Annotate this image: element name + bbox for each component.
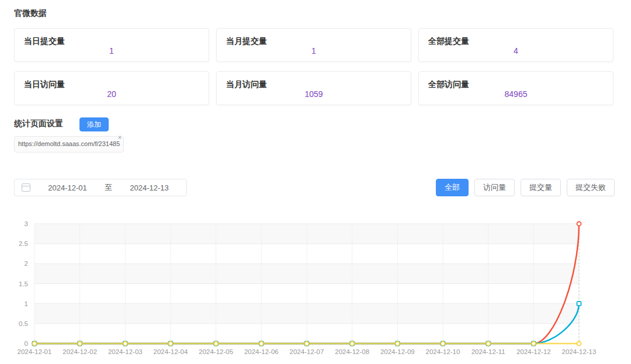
x-tick-label: 2024-12-12	[516, 348, 551, 355]
x-tick-label: 2024-12-07	[290, 348, 324, 355]
stats-grid: 当日提交量1当月提交量1全部提交量4当日访问量20当月访问量1059全部访问量8…	[14, 28, 615, 105]
filter-button-all[interactable]: 全部	[436, 179, 469, 196]
date-range-input[interactable]: 2024-12-01 至 2024-12-13	[14, 179, 187, 196]
y-tick-label: 2	[25, 260, 28, 267]
stat-card-value: 20	[15, 89, 209, 99]
stat-card-label: 当月提交量	[226, 36, 267, 47]
stat-card: 当日提交量1	[14, 28, 209, 62]
x-tick-label: 2024-12-11	[471, 348, 505, 355]
stat-card-value: 4	[419, 46, 613, 56]
stat-card: 当日访问量20	[14, 71, 209, 105]
data-point-series-2	[78, 342, 82, 346]
y-tick-label: 1	[25, 300, 28, 307]
y-tick-label: 0	[25, 340, 28, 347]
tag-close-icon[interactable]: ×	[117, 134, 122, 141]
series-filter-group: 全部访问量提交量提交失败	[436, 179, 615, 196]
data-point-series-2	[441, 342, 445, 346]
x-tick-label: 2024-12-05	[199, 348, 233, 355]
data-point-series-2	[486, 342, 490, 346]
stat-card: 全部提交量4	[418, 28, 613, 62]
x-tick-label: 2024-12-06	[244, 348, 279, 355]
data-point-series-2	[214, 342, 218, 346]
x-tick-label: 2024-12-02	[63, 348, 97, 355]
date-start-value[interactable]: 2024-12-01	[30, 183, 105, 192]
stats-settings-title: 统计页面设置	[14, 119, 63, 129]
y-tick-label: 0.5	[19, 320, 28, 327]
stat-card-value: 1059	[217, 89, 411, 99]
filter-button-series-2[interactable]: 提交量	[521, 179, 561, 196]
data-point-series-2	[33, 342, 37, 346]
x-tick-label: 2024-12-09	[380, 348, 415, 355]
stat-card-value: 1	[217, 46, 411, 56]
stat-card-label: 当月访问量	[226, 79, 267, 90]
url-tag: https://demoltd.saaas.com/f/231485 ×	[14, 136, 124, 152]
add-button[interactable]: 添加	[79, 117, 109, 131]
line-chart[interactable]: 00.511.522.532024-12-012024-12-022024-12…	[0, 216, 631, 359]
data-point-series-2	[532, 342, 536, 346]
dashboard-page: 官微数据 当日提交量1当月提交量1全部提交量4当日访问量20当月访问量1059全…	[0, 0, 631, 364]
page-title: 官微数据	[14, 8, 47, 19]
stat-card: 当月访问量1059	[216, 71, 411, 105]
y-tick-label: 2.5	[19, 240, 28, 247]
data-point-series-2	[350, 342, 354, 346]
stat-card-value: 84965	[419, 89, 613, 99]
y-tick-label: 3	[25, 220, 28, 227]
data-point-series-2	[396, 342, 400, 346]
stat-card-label: 全部提交量	[428, 36, 469, 47]
x-tick-label: 2024-12-03	[108, 348, 143, 355]
filter-button-series-3[interactable]: 提交失败	[567, 179, 615, 196]
stat-card: 当月提交量1	[216, 28, 411, 62]
stat-card-label: 当日提交量	[24, 36, 65, 47]
calendar-icon	[22, 183, 30, 192]
data-point-series-2	[123, 342, 127, 346]
data-point-series-2	[169, 342, 173, 346]
x-tick-label: 2024-12-13	[562, 348, 597, 355]
data-point-series-2	[577, 342, 581, 346]
stat-card-value: 1	[15, 46, 209, 56]
y-tick-label: 1.5	[19, 280, 28, 287]
stat-card-label: 当日访问量	[24, 79, 65, 90]
filter-button-series-1[interactable]: 访问量	[474, 179, 515, 196]
stat-card-label: 全部访问量	[428, 79, 469, 90]
x-tick-label: 2024-12-10	[426, 348, 460, 355]
x-tick-label: 2024-12-08	[335, 348, 369, 355]
data-point-series-2	[305, 342, 309, 346]
url-tag-text: https://demoltd.saaas.com/f/231485	[18, 140, 120, 147]
data-point-series-0	[577, 222, 581, 226]
date-end-value[interactable]: 2024-12-13	[112, 183, 186, 192]
data-point-series-2	[259, 342, 264, 346]
x-tick-label: 2024-12-01	[18, 348, 52, 355]
chart-canvas[interactable]: 00.511.522.532024-12-012024-12-022024-12…	[0, 216, 631, 359]
date-separator: 至	[105, 182, 112, 193]
data-point-series-1	[577, 301, 581, 306]
stat-card: 全部访问量84965	[418, 71, 613, 105]
x-tick-label: 2024-12-04	[154, 348, 188, 355]
